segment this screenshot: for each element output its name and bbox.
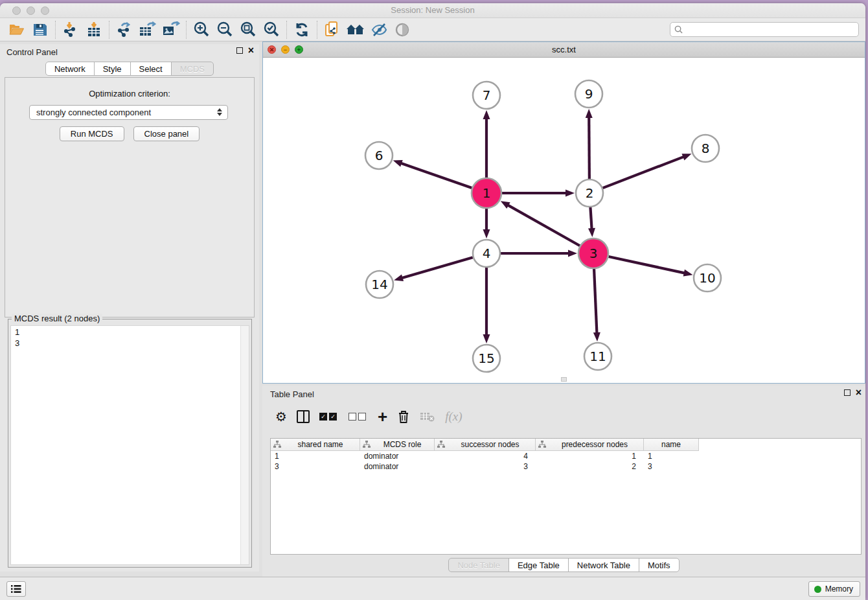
optimization-criterion-label: Optimization criterion: (5, 89, 254, 98)
task-history-button[interactable] (6, 581, 26, 597)
tab-mcds[interactable]: MCDS (171, 62, 214, 76)
table-cell[interactable]: 1 (644, 451, 699, 461)
hide-graphics-details-icon[interactable] (367, 20, 391, 40)
memory-button[interactable]: Memory (808, 581, 860, 597)
edge-arrowhead (483, 110, 490, 119)
toolbar-separator (109, 21, 109, 39)
column-header-predecessor-nodes[interactable]: predecessor nodes (536, 439, 644, 451)
home-layout-icon[interactable] (344, 20, 367, 40)
table-row[interactable]: 3dominator323 (271, 461, 861, 472)
tab-network[interactable]: Network (45, 62, 95, 76)
tab-edge-table[interactable]: Edge Table (508, 558, 569, 572)
table-cell[interactable]: 1 (536, 451, 644, 461)
export-image-icon[interactable] (159, 20, 183, 40)
save-session-icon[interactable] (29, 20, 52, 40)
add-column-icon[interactable]: + (378, 407, 387, 426)
graph-node-label-2: 2 (586, 185, 594, 201)
network-graph[interactable]: 7968124314101511 (263, 58, 865, 383)
selected-criterion: strongly connected component (36, 108, 151, 117)
toolbar-separator (286, 21, 287, 39)
close-table-panel-icon[interactable]: × (856, 389, 862, 396)
zoom-fit-icon[interactable] (236, 20, 260, 40)
edge-2-9[interactable] (589, 117, 589, 179)
column-header-name[interactable]: name (644, 439, 699, 451)
deselect-all-columns-icon[interactable] (348, 407, 368, 426)
edge-3-10[interactable] (608, 257, 685, 273)
run-mcds-button[interactable]: Run MCDS (60, 126, 124, 141)
memory-label: Memory (825, 584, 853, 594)
edge-2-3[interactable] (590, 207, 591, 229)
network-window-titlebar[interactable]: ✕ − + scc.txt (263, 42, 865, 58)
network-overview-icon[interactable] (391, 20, 414, 40)
table-cell[interactable]: 3 (644, 461, 699, 472)
zoom-out-icon[interactable] (213, 20, 236, 40)
edge-3-11[interactable] (594, 269, 597, 334)
mcds-result-title: MCDS result (2 nodes) (12, 314, 102, 323)
tab-select[interactable]: Select (130, 62, 172, 76)
tab-motifs[interactable]: Motifs (639, 558, 680, 572)
graph-node-label-10: 10 (699, 270, 715, 286)
edge-1-6[interactable] (400, 163, 472, 189)
edge-arrowhead (593, 332, 600, 341)
graph-node-label-3: 3 (589, 246, 598, 261)
open-file-icon[interactable] (5, 20, 29, 40)
export-network-icon[interactable] (113, 20, 136, 40)
column-header-MCDS-role[interactable]: MCDS role (360, 439, 435, 451)
table-cell[interactable]: dominator (360, 451, 435, 461)
close-panel-button[interactable]: Close panel (133, 126, 200, 141)
zoom-selected-icon[interactable] (260, 20, 283, 40)
table-row[interactable]: 1dominator411 (271, 451, 861, 461)
edge-3-1[interactable] (507, 205, 580, 246)
table-cell[interactable]: 4 (435, 451, 536, 461)
close-panel-icon[interactable]: × (248, 47, 254, 54)
graph-node-label-7: 7 (483, 87, 491, 103)
tab-node-table[interactable]: Node Table (448, 558, 509, 572)
table-cell[interactable]: 3 (435, 461, 536, 472)
select-all-columns-icon[interactable]: ✓✓ (319, 407, 339, 426)
mcds-result-textarea[interactable]: 13 (10, 325, 249, 565)
search-input[interactable] (686, 25, 854, 34)
control-panel-tabs: NetworkStyleSelectMCDS (0, 62, 259, 76)
search-field[interactable] (670, 22, 859, 37)
graph-node-label-6: 6 (375, 148, 383, 163)
edge-4-14[interactable] (402, 257, 473, 278)
table-settings-icon[interactable]: ⚙ (275, 407, 287, 426)
refresh-icon[interactable] (290, 20, 314, 40)
control-panel: Control Panel × NetworkStyleSelectMCDS O… (0, 44, 259, 571)
edge-arrowhead (681, 154, 691, 160)
table-cell[interactable]: dominator (360, 461, 435, 472)
import-network-icon[interactable] (59, 20, 82, 40)
table-panel-title: Table Panel (270, 389, 314, 399)
table-cell[interactable]: 2 (536, 461, 644, 472)
table-cell[interactable]: 1 (271, 451, 360, 461)
duplicate-network-icon[interactable] (321, 20, 344, 40)
column-header-shared-name[interactable]: shared name (271, 439, 360, 451)
main-area: Control Panel × NetworkStyleSelectMCDS O… (0, 41, 865, 577)
table-toolbar: ⚙ ✓✓ + f(x) (270, 404, 862, 430)
zoom-in-icon[interactable] (190, 20, 213, 40)
optimization-criterion-select[interactable]: strongly connected component (29, 105, 228, 120)
export-table-icon[interactable] (136, 20, 159, 40)
import-table-icon[interactable] (82, 20, 106, 40)
status-bar: Memory (0, 577, 865, 600)
show-columns-icon[interactable] (297, 407, 310, 426)
graph-node-label-1: 1 (483, 185, 491, 201)
edge-arrowhead (394, 274, 404, 281)
canvas-resize-grip[interactable] (561, 377, 567, 382)
main-toolbar (0, 18, 865, 41)
tab-network-table[interactable]: Network Table (568, 558, 639, 572)
float-table-panel-icon[interactable] (844, 389, 851, 396)
delete-columns-icon[interactable] (397, 407, 410, 426)
function-builder-icon: f(x) (445, 407, 462, 426)
network-canvas[interactable]: 7968124314101511 (263, 58, 865, 383)
float-panel-icon[interactable] (236, 47, 243, 54)
edge-2-8[interactable] (603, 157, 685, 188)
node-table[interactable]: shared nameMCDS rolesuccessor nodesprede… (270, 438, 862, 555)
graph-node-label-9: 9 (585, 86, 593, 102)
column-header-successor-nodes[interactable]: successor nodes (435, 439, 536, 451)
toolbar-separator (317, 21, 317, 39)
table-cell[interactable]: 3 (271, 461, 360, 472)
tab-style[interactable]: Style (94, 62, 131, 76)
result-scrollbar[interactable] (240, 326, 249, 564)
table-panel-header: Table Panel × (262, 386, 865, 402)
